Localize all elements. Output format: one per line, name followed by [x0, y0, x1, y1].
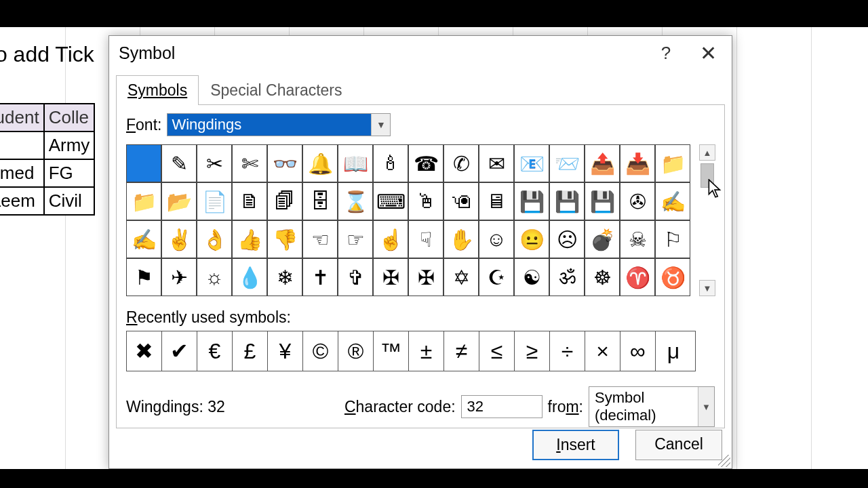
recent-symbol-cell[interactable]: €: [197, 331, 233, 371]
symbol-cell[interactable]: ♈: [620, 258, 655, 296]
symbol-cell[interactable]: ✠: [408, 258, 443, 296]
insert-button[interactable]: Insert: [532, 430, 619, 460]
symbol-cell[interactable]: 📁: [655, 144, 690, 182]
symbol-cell[interactable]: 🖱: [408, 182, 443, 220]
recent-symbol-cell[interactable]: ×: [585, 331, 620, 371]
recent-symbol-cell[interactable]: ✖: [127, 331, 162, 371]
symbol-cell[interactable]: 💧: [232, 258, 267, 296]
symbol-cell[interactable]: 🗎: [232, 182, 267, 220]
symbol-cell[interactable]: 🖲: [443, 182, 479, 220]
symbol-cell[interactable]: ॐ: [549, 258, 585, 296]
scroll-thumb[interactable]: [701, 163, 714, 188]
symbol-cell[interactable]: 👓: [267, 144, 302, 182]
symbol-cell[interactable]: 📥: [620, 144, 655, 182]
symbol-cell[interactable]: ☪: [479, 258, 514, 296]
recent-symbol-cell[interactable]: ÷: [550, 331, 585, 371]
symbol-cell[interactable]: 🔔: [302, 144, 338, 182]
symbol-cell[interactable]: ⚐: [655, 220, 690, 258]
recent-symbol-cell[interactable]: ±: [409, 331, 444, 371]
symbol-cell[interactable]: ☸: [585, 258, 620, 296]
recent-symbol-cell[interactable]: μ: [656, 331, 691, 371]
symbol-cell[interactable]: ⚑: [126, 258, 161, 296]
symbol-cell[interactable]: 💣: [585, 220, 620, 258]
from-combo[interactable]: Symbol (decimal) ▼: [589, 386, 715, 427]
symbol-cell[interactable]: 👌: [197, 220, 232, 258]
symbol-cell[interactable]: ⌛: [338, 182, 373, 220]
symbol-cell[interactable]: 💾: [549, 182, 585, 220]
symbol-cell[interactable]: 👎: [267, 220, 302, 258]
symbol-cell[interactable]: 📧: [514, 144, 549, 182]
symbol-cell[interactable]: ☞: [338, 220, 373, 258]
symbol-cell[interactable]: ☺: [479, 220, 514, 258]
recent-symbol-cell[interactable]: ≠: [444, 331, 479, 371]
symbol-cell[interactable]: ❄: [267, 258, 302, 296]
symbol-cell[interactable]: ☝: [373, 220, 408, 258]
cancel-button[interactable]: Cancel: [635, 430, 722, 460]
chevron-down-icon[interactable]: ▼: [371, 114, 390, 136]
recent-symbol-cell[interactable]: ©: [303, 331, 338, 371]
symbol-cell[interactable]: ✄: [232, 144, 267, 182]
symbol-cell[interactable]: ☼: [197, 258, 232, 296]
symbol-scrollbar[interactable]: ▲ ▼: [698, 144, 715, 296]
symbol-cell[interactable]: ⌨: [373, 182, 408, 220]
symbol-cell[interactable]: ☠: [620, 220, 655, 258]
symbol-cell[interactable]: ♉: [655, 258, 690, 296]
help-button[interactable]: ?: [645, 37, 687, 69]
font-input[interactable]: [167, 114, 371, 136]
symbol-cell[interactable]: 📤: [585, 144, 620, 182]
symbol-cell[interactable]: ✆: [443, 144, 479, 182]
symbol-cell[interactable]: ✍: [655, 182, 690, 220]
symbol-cell[interactable]: ✌: [161, 220, 197, 258]
recent-symbol-cell[interactable]: ∞: [620, 331, 656, 371]
symbol-cell[interactable]: 📁: [126, 182, 161, 220]
symbol-cell[interactable]: 📖: [338, 144, 373, 182]
symbol-cell[interactable]: ✂: [197, 144, 232, 182]
symbol-cell[interactable]: ✡: [443, 258, 479, 296]
symbol-cell[interactable]: ☹: [549, 220, 585, 258]
symbol-cell[interactable]: ✠: [373, 258, 408, 296]
symbol-cell[interactable]: ✞: [338, 258, 373, 296]
charcode-input[interactable]: [461, 395, 542, 418]
symbol-dialog: Symbol ? ✕ Symbols Special Characters Fo…: [108, 35, 732, 469]
symbol-cell[interactable]: ☎: [408, 144, 443, 182]
symbol-cell[interactable]: ✋: [443, 220, 479, 258]
recent-symbols-row: ✖✔€£¥©®™±≠≤≥÷×∞μ: [126, 331, 696, 371]
close-button[interactable]: ✕: [687, 37, 729, 69]
symbol-cell[interactable]: 📄: [197, 182, 232, 220]
symbol-cell[interactable]: 📨: [549, 144, 585, 182]
symbol-cell[interactable]: 😐: [514, 220, 549, 258]
symbol-cell[interactable]: ☜: [302, 220, 338, 258]
symbol-cell[interactable]: 🗄: [302, 182, 338, 220]
symbol-cell[interactable]: ✎: [161, 144, 197, 182]
recent-symbol-cell[interactable]: ®: [338, 331, 374, 371]
symbol-cell[interactable]: [126, 144, 161, 182]
recent-symbol-cell[interactable]: ¥: [268, 331, 303, 371]
symbol-cell[interactable]: ✈: [161, 258, 197, 296]
symbol-cell[interactable]: ☟: [408, 220, 443, 258]
scroll-down-icon[interactable]: ▼: [699, 280, 715, 296]
scroll-up-icon[interactable]: ▲: [699, 144, 715, 161]
tab-symbols[interactable]: Symbols: [116, 75, 199, 105]
symbol-cell[interactable]: 💾: [585, 182, 620, 220]
recent-symbol-cell[interactable]: ✔: [162, 331, 197, 371]
recent-symbol-cell[interactable]: £: [233, 331, 268, 371]
symbol-cell[interactable]: 👍: [232, 220, 267, 258]
symbol-cell[interactable]: ✇: [620, 182, 655, 220]
symbol-cell[interactable]: 📂: [161, 182, 197, 220]
from-label: from:: [548, 398, 583, 416]
recent-symbol-cell[interactable]: ≤: [479, 331, 515, 371]
tab-special-characters[interactable]: Special Characters: [199, 75, 353, 105]
recent-symbol-cell[interactable]: ≥: [515, 331, 550, 371]
symbol-cell[interactable]: ☯: [514, 258, 549, 296]
symbol-cell[interactable]: ✉: [479, 144, 514, 182]
symbol-cell[interactable]: ✝: [302, 258, 338, 296]
resize-grip[interactable]: [718, 455, 730, 467]
chevron-down-icon[interactable]: ▼: [698, 387, 714, 426]
symbol-cell[interactable]: 🗐: [267, 182, 302, 220]
symbol-cell[interactable]: 🖥: [479, 182, 514, 220]
font-combo[interactable]: ▼: [167, 113, 391, 136]
symbol-cell[interactable]: 💾: [514, 182, 549, 220]
symbol-cell[interactable]: 🕯: [373, 144, 408, 182]
recent-symbol-cell[interactable]: ™: [374, 331, 409, 371]
symbol-cell[interactable]: ✍: [126, 220, 161, 258]
